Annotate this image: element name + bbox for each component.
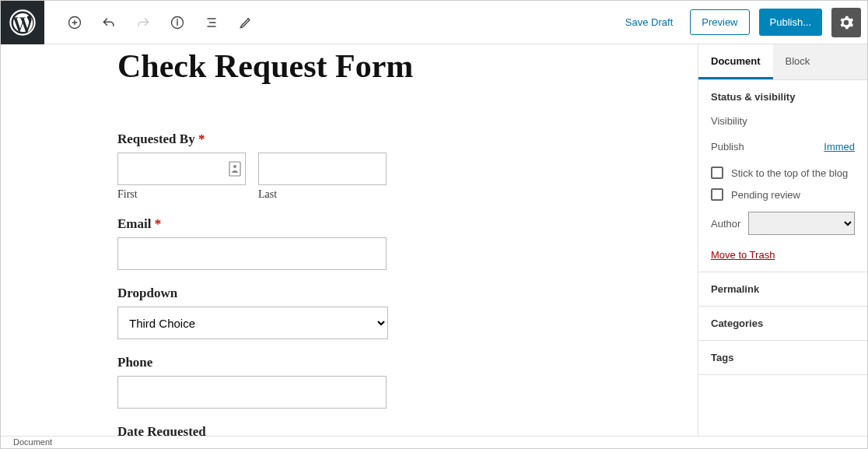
stick-checkbox[interactable] — [711, 167, 723, 179]
requested-by-field: Requested By * First Last — [117, 132, 581, 201]
breadcrumb-text[interactable]: Document — [13, 437, 52, 447]
save-draft-button[interactable]: Save Draft — [618, 16, 681, 28]
phone-label: Phone — [117, 355, 581, 370]
requested-by-label: Requested By * — [117, 132, 581, 147]
move-to-trash[interactable]: Move to Trash — [711, 249, 775, 261]
publish-label: Publish — [711, 141, 744, 153]
svg-rect-3 — [229, 162, 240, 176]
toolbar-right: Save Draft Preview Publish... — [618, 8, 867, 37]
author-label: Author — [711, 218, 740, 230]
status-panel: Status & visibility Visibility Publish I… — [698, 80, 867, 272]
categories-panel[interactable]: Categories — [698, 307, 867, 341]
pending-checkbox-row[interactable]: Pending review — [711, 188, 855, 201]
phone-input[interactable] — [117, 376, 387, 409]
toolbar-left — [44, 1, 276, 44]
dropdown-field: Dropdown Third Choice — [117, 286, 581, 339]
required-indicator: * — [155, 216, 162, 231]
pending-checkbox[interactable] — [711, 188, 723, 201]
page-title[interactable]: Check Request Form — [117, 47, 581, 85]
autofill-icon — [229, 161, 241, 177]
author-select[interactable] — [748, 212, 855, 235]
permalink-panel[interactable]: Permalink — [698, 272, 867, 307]
wordpress-logo[interactable] — [1, 1, 44, 44]
dropdown-input[interactable]: Third Choice — [117, 307, 388, 339]
redo-button — [135, 14, 152, 31]
stick-checkbox-row[interactable]: Stick to the top of the blog — [711, 167, 855, 179]
settings-button[interactable] — [831, 8, 861, 37]
phone-field: Phone — [117, 355, 581, 409]
dropdown-label: Dropdown — [117, 286, 581, 301]
last-name-input[interactable] — [258, 153, 387, 185]
outline-button[interactable] — [203, 14, 220, 31]
undo-button[interactable] — [100, 14, 117, 31]
publish-button[interactable]: Publish... — [759, 9, 822, 36]
editor-canvas[interactable]: Check Request Form Requested By * First … — [1, 44, 698, 437]
publish-value[interactable]: Immed — [824, 141, 855, 153]
edit-button[interactable] — [237, 14, 254, 31]
email-label: Email * — [117, 216, 581, 232]
sidebar-tabs: Document Block — [698, 44, 867, 80]
email-field: Email * — [117, 216, 581, 270]
pending-label: Pending review — [731, 189, 800, 201]
tab-document[interactable]: Document — [698, 44, 773, 79]
preview-button[interactable]: Preview — [690, 9, 749, 35]
date-requested-field: Date Requested — [117, 424, 581, 437]
required-indicator: * — [198, 132, 205, 146]
info-button[interactable] — [169, 14, 186, 31]
add-block-button[interactable] — [66, 14, 83, 31]
gear-icon — [838, 15, 854, 30]
tags-panel[interactable]: Tags — [698, 341, 867, 375]
visibility-label: Visibility — [711, 115, 747, 127]
breadcrumb-footer: Document — [1, 436, 867, 448]
top-toolbar: Save Draft Preview Publish... — [1, 1, 867, 44]
stick-label: Stick to the top of the blog — [731, 167, 848, 179]
tab-block[interactable]: Block — [773, 44, 823, 79]
first-name-input[interactable] — [117, 153, 246, 185]
svg-point-4 — [233, 165, 236, 168]
status-title: Status & visibility — [711, 91, 855, 103]
wordpress-icon — [9, 9, 36, 36]
email-input[interactable] — [117, 237, 387, 270]
last-sublabel: Last — [258, 188, 387, 201]
settings-sidebar: Document Block Status & visibility Visib… — [698, 44, 867, 437]
first-sublabel: First — [117, 188, 246, 201]
date-requested-label: Date Requested — [117, 424, 581, 437]
